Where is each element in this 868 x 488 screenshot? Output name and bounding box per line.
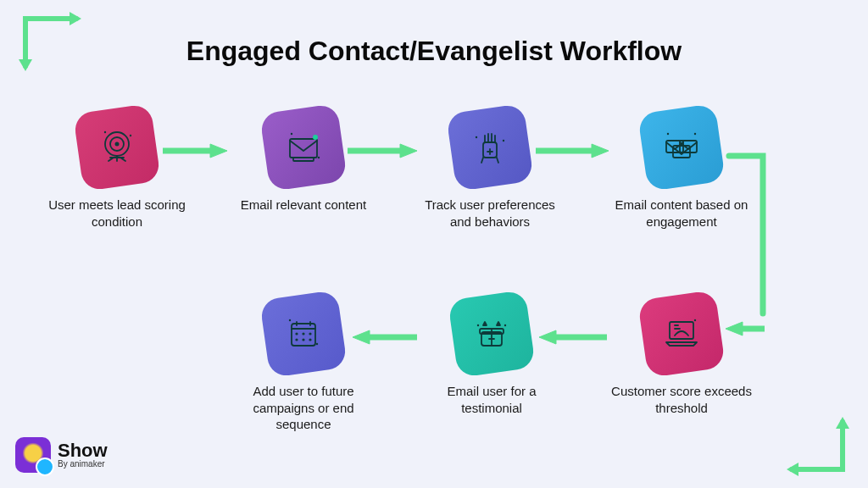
svg-point-6 [115, 142, 120, 147]
svg-point-27 [504, 324, 506, 326]
step-label: Add user to future campaigns or end sequ… [227, 383, 380, 433]
corner-arrow-bottom-right [783, 412, 860, 480]
svg-marker-40 [400, 144, 417, 158]
svg-point-11 [313, 135, 318, 140]
target-icon [73, 103, 161, 191]
svg-point-30 [302, 332, 304, 335]
svg-point-12 [291, 133, 292, 135]
svg-rect-22 [670, 322, 693, 339]
step-label: User meets lead scoring condition [41, 197, 193, 230]
step-email-content: Email relevant content [227, 108, 380, 214]
brand-mark-icon [15, 437, 51, 473]
flow-arrow [536, 329, 609, 346]
svg-marker-46 [539, 330, 556, 344]
svg-point-35 [289, 319, 291, 321]
svg-point-15 [476, 136, 477, 138]
calendar-icon [259, 290, 348, 378]
step-future-campaigns: Add user to future campaigns or end sequ… [227, 295, 380, 433]
svg-marker-3 [787, 463, 798, 476]
gift-icon [448, 290, 536, 378]
robot-icon [446, 103, 534, 191]
svg-point-20 [667, 133, 669, 135]
flow-arrow [724, 320, 766, 337]
step-testimonial: Email user for a testimonial [415, 295, 568, 416]
flow-arrow [534, 142, 610, 159]
svg-point-32 [295, 338, 298, 341]
svg-marker-2 [836, 417, 849, 429]
svg-point-34 [309, 338, 311, 341]
svg-rect-9 [290, 139, 317, 158]
svg-point-13 [318, 157, 320, 158]
flow-arrow [161, 142, 229, 159]
step-label: Track user preferences and behaviors [414, 197, 566, 230]
svg-point-31 [309, 332, 311, 335]
svg-marker-38 [210, 144, 227, 158]
laptop-icon [637, 290, 726, 378]
svg-point-26 [477, 324, 479, 326]
step-track-behavior: Track user preferences and behaviors [414, 108, 566, 230]
brand-logo: Show By animaker [15, 437, 108, 473]
svg-marker-48 [353, 330, 370, 344]
brand-byline: By animaker [58, 460, 108, 469]
step-label: Email relevant content [227, 197, 380, 214]
brand-name: Show [58, 441, 108, 460]
step-lead-scoring: User meets lead scoring condition [41, 108, 193, 230]
svg-point-7 [104, 131, 106, 133]
svg-marker-44 [726, 322, 743, 336]
flow-arrow [349, 329, 419, 346]
svg-point-23 [694, 319, 696, 321]
svg-marker-42 [592, 144, 609, 158]
envelopes-icon [637, 103, 726, 191]
svg-point-16 [503, 140, 504, 141]
page-title: Engaged Contact/Evangelist Workflow [0, 36, 868, 67]
flow-arrow [721, 152, 771, 322]
step-label: Customer score exceeds threshold [605, 383, 758, 416]
svg-point-8 [130, 135, 131, 136]
svg-point-36 [316, 343, 318, 345]
svg-rect-10 [293, 158, 314, 161]
svg-point-29 [295, 332, 298, 335]
envelope-icon [259, 103, 348, 191]
step-label: Email user for a testimonial [415, 383, 568, 416]
svg-marker-1 [70, 12, 81, 25]
svg-point-33 [302, 338, 304, 341]
svg-point-21 [694, 133, 696, 135]
flow-arrow [346, 142, 419, 159]
